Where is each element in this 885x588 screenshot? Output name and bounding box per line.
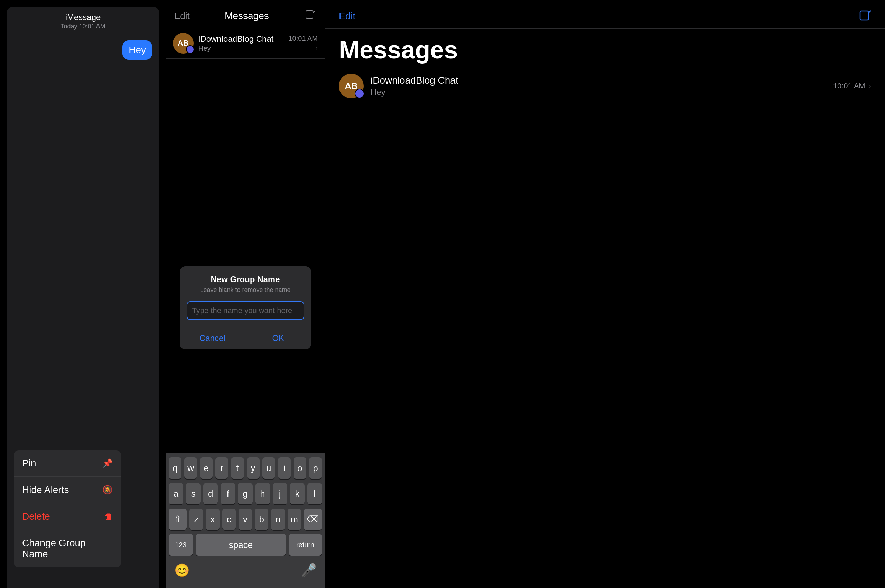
key-k[interactable]: k: [290, 483, 305, 504]
right-avatar-container: AB: [339, 74, 364, 99]
dialog-input-area: [180, 296, 311, 327]
right-header: Edit: [325, 0, 885, 28]
middle-chat-name: iDownloadBlog Chat: [198, 34, 288, 44]
svg-rect-0: [306, 11, 313, 18]
key-m[interactable]: m: [288, 508, 301, 530]
compose-icon: [305, 10, 315, 22]
hide-alerts-label: Hide Alerts: [22, 484, 69, 495]
middle-chat-item[interactable]: AB iDownloadBlog Chat Hey 10:01 AM ›: [166, 28, 325, 59]
numbers-key[interactable]: 123: [169, 534, 193, 555]
middle-panel: Edit Messages AB iDownloadBlog Chat Hey: [166, 0, 325, 588]
shift-key[interactable]: ⇧: [169, 508, 187, 530]
dialog-title: New Group Name: [188, 274, 303, 284]
return-key[interactable]: return: [288, 534, 322, 555]
key-s[interactable]: s: [186, 483, 200, 504]
middle-chat-meta: 10:01 AM ›: [288, 34, 318, 52]
right-chat-info: iDownloadBlog Chat Hey: [371, 75, 833, 97]
key-j[interactable]: j: [273, 483, 287, 504]
chevron-right-icon: ›: [315, 44, 318, 52]
key-a[interactable]: a: [169, 483, 183, 504]
new-group-name-dialog: New Group Name Leave blank to remove the…: [180, 266, 311, 349]
key-y[interactable]: y: [247, 458, 260, 479]
microphone-button[interactable]: 🎤: [298, 560, 319, 581]
middle-chat-time: 10:01 AM: [288, 34, 318, 42]
key-e[interactable]: e: [200, 458, 213, 479]
space-key[interactable]: space: [196, 534, 286, 555]
imessage-header: iMessage Today 10:01 AM: [7, 7, 159, 33]
imessage-subtitle: Today 10:01 AM: [7, 23, 159, 30]
keyboard-row-1: q w e r t y u i o p: [169, 458, 322, 479]
key-o[interactable]: o: [293, 458, 306, 479]
right-chat-name: iDownloadBlog Chat: [371, 75, 833, 86]
key-g[interactable]: g: [238, 483, 252, 504]
middle-avatar-container: AB: [173, 33, 194, 54]
key-u[interactable]: u: [262, 458, 275, 479]
pin-icon: 📌: [102, 459, 113, 468]
middle-title: Messages: [225, 10, 269, 21]
key-x[interactable]: x: [206, 508, 219, 530]
context-menu-item-pin[interactable]: Pin 📌: [14, 450, 121, 477]
dialog-area: New Group Name Leave blank to remove the…: [166, 214, 325, 453]
keyboard-row-3: ⇧ z x c v b n m ⌫: [169, 508, 322, 530]
key-l[interactable]: l: [307, 483, 322, 504]
right-chat-time: 10:01 AM: [833, 81, 865, 90]
key-d[interactable]: d: [203, 483, 218, 504]
keyboard: q w e r t y u i o p a s d f g h j k l ⇧ …: [166, 453, 325, 588]
context-menu-item-delete[interactable]: Delete 🗑: [14, 503, 121, 530]
key-t[interactable]: t: [231, 458, 244, 479]
right-divider: [325, 105, 885, 105]
imessage-title: iMessage: [7, 12, 159, 22]
pin-label: Pin: [22, 458, 36, 469]
key-q[interactable]: q: [169, 458, 182, 479]
key-f[interactable]: f: [221, 483, 235, 504]
right-chat-item[interactable]: AB iDownloadBlog Chat Hey 10:01 AM ›: [325, 68, 885, 105]
right-panel: Edit Messages AB iDownloadBlog Chat Hey …: [325, 0, 885, 588]
group-name-input[interactable]: [187, 301, 304, 320]
right-compose-button[interactable]: [859, 10, 871, 23]
middle-chat-preview: Hey: [198, 45, 288, 52]
message-bubble: Hey: [122, 40, 152, 60]
right-edit-button[interactable]: Edit: [339, 11, 355, 22]
dialog-header: New Group Name Leave blank to remove the…: [180, 266, 311, 296]
key-w[interactable]: w: [184, 458, 197, 479]
keyboard-row-2: a s d f g h j k l: [169, 483, 322, 504]
left-panel: iMessage Today 10:01 AM Hey Pin 📌 Hide A…: [7, 7, 159, 588]
delete-key[interactable]: ⌫: [304, 508, 322, 530]
middle-compose-button[interactable]: [304, 10, 316, 22]
context-menu-item-change-group-name[interactable]: Change Group Name: [14, 530, 121, 567]
key-v[interactable]: v: [239, 508, 252, 530]
key-z[interactable]: z: [189, 508, 203, 530]
svg-rect-2: [860, 11, 868, 20]
trash-icon: 🗑: [104, 512, 113, 521]
middle-header: Edit Messages: [166, 0, 325, 28]
key-c[interactable]: c: [222, 508, 236, 530]
change-group-name-label: Change Group Name: [22, 537, 113, 560]
middle-chat-list: AB iDownloadBlog Chat Hey 10:01 AM ›: [166, 28, 325, 214]
key-i[interactable]: i: [278, 458, 291, 479]
dialog-ok-button[interactable]: OK: [245, 327, 311, 349]
keyboard-bottom-row: 😊 🎤: [169, 560, 322, 581]
emoji-button[interactable]: 😊: [171, 560, 192, 581]
bell-off-icon: 🔕: [102, 485, 113, 495]
right-chat-preview: Hey: [371, 87, 833, 97]
key-b[interactable]: b: [255, 508, 268, 530]
middle-edit-button[interactable]: Edit: [174, 11, 190, 21]
dialog-cancel-button[interactable]: Cancel: [180, 327, 246, 349]
right-messages-title: Messages: [325, 28, 885, 68]
key-h[interactable]: h: [255, 483, 270, 504]
delete-label: Delete: [22, 511, 50, 522]
context-menu-item-hide-alerts[interactable]: Hide Alerts 🔕: [14, 477, 121, 503]
context-menu: Pin 📌 Hide Alerts 🔕 Delete 🗑 Change Grou…: [14, 450, 121, 567]
message-bubble-container: Hey: [7, 37, 159, 63]
keyboard-row-4: 123 space return: [169, 534, 322, 555]
middle-avatar-badge: [186, 45, 194, 54]
middle-chat-info: iDownloadBlog Chat Hey: [198, 34, 288, 52]
right-avatar-badge: [355, 89, 364, 99]
key-n[interactable]: n: [271, 508, 284, 530]
right-chat-meta: 10:01 AM ›: [833, 81, 871, 90]
dialog-buttons: Cancel OK: [180, 327, 311, 349]
key-p[interactable]: p: [309, 458, 322, 479]
dialog-subtitle: Leave blank to remove the name: [188, 286, 303, 294]
right-chevron-icon: ›: [869, 81, 871, 90]
key-r[interactable]: r: [215, 458, 228, 479]
